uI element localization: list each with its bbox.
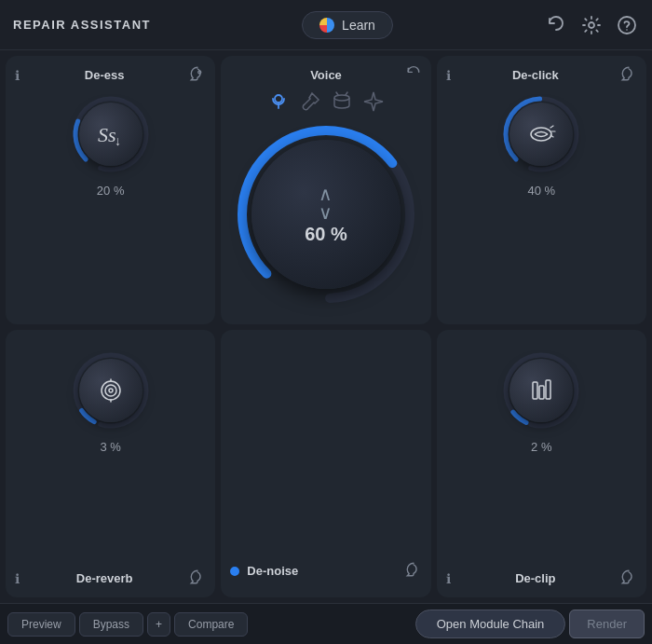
svg-point-23	[102, 381, 120, 400]
de-ess-info-icon[interactable]: ℹ	[15, 68, 20, 83]
de-ess-knob-face: Ss ↓	[79, 103, 143, 166]
svg-rect-30	[533, 382, 537, 399]
de-ess-ear-icon[interactable]	[189, 65, 206, 85]
de-clip-value: 2 %	[531, 440, 551, 454]
learn-icon	[319, 18, 334, 33]
de-clip-title: De-clip	[515, 571, 555, 585]
de-clip-info-icon[interactable]: ℹ	[446, 571, 451, 586]
de-reverb-knob[interactable]	[69, 349, 153, 432]
de-noise-title: De-noise	[247, 564, 298, 578]
preview-button[interactable]: Preview	[7, 612, 75, 637]
big-knob-face: ∧ ∨ 60 %	[251, 140, 401, 289]
app-container: REPAIR ASSISTANT Learn	[0, 0, 652, 644]
voice-big-knob[interactable]: ∧ ∨ 60 %	[233, 121, 419, 308]
learn-label: Learn	[342, 18, 375, 33]
module-de-click: ℹ De-click	[437, 56, 646, 324]
compare-button[interactable]: Compare	[174, 612, 248, 637]
de-clip-ear-icon[interactable]	[620, 569, 637, 588]
voice-title: Voice	[310, 68, 342, 82]
svg-point-2	[626, 29, 628, 31]
de-ess-knob[interactable]: Ss ↓	[69, 92, 153, 176]
de-noise-active-indicator	[230, 567, 239, 576]
de-click-header: ℹ De-click	[446, 65, 637, 85]
de-click-knob[interactable]	[499, 92, 583, 176]
svg-rect-32	[546, 380, 550, 399]
de-ess-value: 20 %	[97, 184, 125, 198]
de-noise-ear-icon[interactable]	[405, 561, 422, 581]
de-reverb-info-icon[interactable]: ℹ	[15, 571, 20, 586]
de-noise-footer: De-noise	[230, 561, 421, 581]
svg-point-24	[105, 385, 116, 396]
svg-line-12	[346, 92, 347, 95]
module-de-reverb: 3 % ℹ De-reverb	[6, 330, 215, 598]
module-de-clip: 2 % ℹ De-clip	[437, 330, 646, 598]
voice-icon-mic[interactable]	[267, 90, 290, 117]
voice-refresh-icon[interactable]	[405, 65, 422, 85]
big-knob-value: 60 %	[305, 224, 347, 245]
module-voice: Voice	[221, 56, 430, 324]
voice-icon-drum[interactable]	[331, 90, 353, 117]
de-clip-footer: ℹ De-clip	[446, 569, 637, 588]
learn-button[interactable]: Learn	[302, 11, 393, 39]
svg-text:Ss: Ss	[98, 123, 116, 146]
svg-line-11	[336, 92, 338, 95]
voice-icon-sparkle[interactable]	[362, 90, 385, 117]
de-ess-title: De-ess	[85, 68, 125, 82]
voice-icons-row	[267, 90, 385, 117]
de-click-value: 40 %	[528, 184, 556, 198]
big-knob-up-arrow[interactable]: ∧	[319, 185, 333, 203]
big-knob-down-arrow[interactable]: ∨	[319, 203, 333, 222]
de-clip-knob-face	[509, 359, 573, 422]
svg-text:↓: ↓	[115, 133, 121, 148]
de-reverb-footer: ℹ De-reverb	[15, 569, 206, 588]
undo-icon[interactable]	[544, 13, 568, 37]
de-click-ear-icon[interactable]	[620, 65, 637, 85]
voice-header: Voice	[230, 65, 421, 85]
de-reverb-knob-face	[79, 359, 143, 422]
header: REPAIR ASSISTANT Learn	[0, 0, 652, 50]
bypass-button[interactable]: Bypass	[79, 612, 143, 637]
header-icons	[544, 13, 639, 37]
svg-point-1	[618, 17, 635, 34]
module-de-ess: ℹ De-ess Ss ↓	[6, 56, 215, 324]
de-noise-title-row: De-noise	[230, 564, 298, 578]
svg-point-3	[198, 71, 201, 74]
module-de-noise: De-noise	[221, 330, 430, 598]
help-icon[interactable]	[615, 13, 639, 37]
settings-icon[interactable]	[579, 13, 604, 37]
main-grid: ℹ De-ess Ss ↓	[0, 50, 652, 603]
svg-point-0	[589, 22, 594, 28]
de-clip-knob[interactable]	[499, 349, 583, 432]
svg-point-25	[109, 389, 113, 392]
de-reverb-ear-icon[interactable]	[189, 569, 206, 588]
de-click-title: De-click	[512, 68, 559, 82]
svg-line-18	[550, 126, 553, 128]
plus-button[interactable]: +	[147, 612, 170, 637]
de-ess-header: ℹ De-ess	[15, 65, 206, 85]
svg-rect-31	[539, 386, 544, 399]
render-button[interactable]: Render	[569, 610, 645, 638]
app-title: REPAIR ASSISTANT	[13, 18, 151, 32]
voice-icon-guitar[interactable]	[299, 90, 321, 117]
svg-point-17	[531, 128, 551, 141]
footer: Preview Bypass + Compare Open Module Cha…	[0, 603, 652, 644]
de-click-info-icon[interactable]: ℹ	[446, 68, 451, 83]
svg-point-8	[275, 95, 282, 103]
de-reverb-value: 3 %	[100, 440, 120, 454]
de-click-knob-face	[509, 103, 573, 166]
svg-point-10	[334, 95, 349, 101]
open-module-chain-button[interactable]: Open Module Chain	[415, 610, 566, 638]
de-reverb-title: De-reverb	[76, 571, 133, 585]
